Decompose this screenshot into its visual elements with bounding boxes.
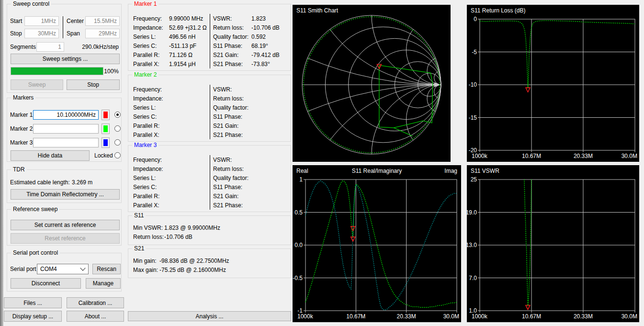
svg-text:10.67M: 10.67M [346,313,365,320]
field-label: VSWR: [213,14,251,23]
s11-vswr-chart[interactable]: 1000k10.67M20.33M30.0M2519.013.07.01.0S1… [467,165,639,322]
field-label: Return loss: [213,94,251,103]
calibration-button[interactable]: Calibration ... [67,297,124,308]
locked-radio[interactable] [114,152,121,158]
stop-label: Stop [10,30,22,37]
display-setup-button[interactable]: Display setup ... [4,311,62,322]
center-input[interactable] [85,16,120,26]
marker-detail-row: Series L:496.56 nH [133,33,207,42]
svg-text:S11 Smith Chart: S11 Smith Chart [296,7,339,14]
marker-detail-left-column: Frequency:Impedance:Series L:Series C:Pa… [133,156,169,210]
svg-text:S11 VSWR: S11 VSWR [471,168,499,174]
marker-detail-row: Parallel X: [133,201,169,210]
field-value: -10.706 dB [251,23,280,33]
marker-1-color-button[interactable] [102,110,110,120]
marker-detail-row: Series L: [133,174,169,183]
svg-text:20.33M: 20.33M [574,153,593,159]
reset-reference-button[interactable]: Reset reference [11,233,120,244]
s11-real-imaginary-chart[interactable]: 1000k10.67M20.33M30.0M10.50.0-0.5-1S11 R… [293,165,461,322]
marker-3-color-button[interactable] [102,137,110,148]
marker-3-label: Marker 3 [10,139,33,146]
serial-port-title: Serial port control [11,249,60,257]
markers-title: Markers [11,94,35,101]
field-value: -73.83° [251,60,270,69]
field-label: Frequency: [133,156,169,165]
marker-detail-row: Series L: [133,103,169,112]
cable-length-value: 3.269 m [72,179,92,186]
marker-2-input[interactable] [33,124,99,134]
field-label: Quality factor: [213,174,251,183]
sweep-progress-bar [11,67,103,75]
svg-text:30.0M: 30.0M [443,313,459,320]
start-label: Start [10,18,22,25]
svg-text:13.0: 13.0 [467,242,477,248]
marker-detail-row: Return loss: [213,94,251,103]
nanovna-saver-window: Sweep control Start Center Stop Span Seg… [0,0,644,326]
disconnect-button[interactable]: Disconnect [11,278,81,289]
center-label: Center [67,18,84,25]
segments-input[interactable] [36,42,64,52]
marker-detail-right-column: VSWR:1.823Return loss:-10.706 dBQuality … [213,14,280,69]
marker-1-radio[interactable] [114,112,121,118]
s11-smith-chart[interactable]: S11 Smith Chart [293,5,451,162]
stop-input[interactable] [24,29,59,38]
svg-text:7.0: 7.0 [469,275,477,281]
locked-label: Locked [94,152,113,159]
field-label: Min gain: [133,257,159,266]
marker-detail-right-column: VSWR:Return loss:Quality factor:S11 Phas… [213,85,251,140]
marker-3-panel-title: Marker 3 [132,142,158,149]
span-label: Span [67,30,80,37]
serial-port-select[interactable]: COM4 [37,264,89,274]
analysis-button[interactable]: Analysis ... [128,311,291,321]
field-value: 52.69 +j31.2 Ω [169,23,207,33]
marker-detail-row: S21 Phase:-73.83° [213,60,280,69]
field-label: S11 Phase: [213,42,251,51]
svg-text:30.0M: 30.0M [621,153,637,159]
files-button[interactable]: Files ... [4,297,62,308]
stop-button[interactable]: Stop [67,79,120,90]
marker-detail-row: VSWR: [213,85,251,94]
field-value: -75.25 dB @ 2.16000MHz [159,266,226,275]
marker-2-radio[interactable] [114,125,121,132]
sweep-settings-button[interactable]: Sweep settings ... [11,54,120,64]
field-label: Parallel X: [133,60,169,69]
marker-detail-row: S11 Phase:68.19° [213,42,280,51]
field-label: Impedance: [133,94,169,103]
time-domain-reflectometry-button[interactable]: Time Domain Reflectometry ... [11,189,120,200]
marker-2-color-button[interactable] [102,124,110,134]
s11-min-vswr-row: Min VSWR:1.823 @ 9.99000MHz [133,224,220,233]
svg-text:1000k: 1000k [472,313,488,320]
marker-detail-row: S21 Phase: [213,131,251,140]
s11-return-loss-chart[interactable]: 1000k10.67M20.33M30.0M0-5-10-15-20S11 Re… [467,5,639,162]
hide-data-button[interactable]: Hide data [11,150,90,161]
field-value: 68.19° [251,42,268,51]
sweep-button[interactable]: Sweep [11,79,63,90]
marker-3-radio[interactable] [114,139,121,146]
set-current-as-reference-button[interactable]: Set current as reference [11,220,120,230]
s21-summary-panel: S21 Min gain:-98.836 dB @ 22.7500MHz Max… [128,248,291,278]
start-input[interactable] [24,16,59,26]
marker-detail-row: Parallel X: [133,131,169,140]
field-label: Parallel R: [133,51,169,60]
marker-detail-row: S21 Gain:-79.412 dB [213,51,280,60]
marker-detail-row: Series C:-511.13 pF [133,42,207,51]
s11-summary-panel: S11 Min VSWR:1.823 @ 9.99000MHz Return l… [128,215,291,245]
marker-3-color-swatch [103,139,108,146]
marker-1-input[interactable] [33,110,99,120]
marker-3-input[interactable] [33,138,99,147]
cable-length-label: Estimated cable length: [10,179,70,186]
span-input[interactable] [85,29,120,38]
progress-fill [11,67,103,75]
field-label: VSWR: [213,156,251,165]
field-label: Series C: [133,112,169,122]
divider [210,14,210,68]
field-label: S21 Phase: [213,201,251,210]
field-label: Impedance: [133,165,169,174]
manage-button[interactable]: Manage [86,278,121,289]
svg-text:S11 Return Loss (dB): S11 Return Loss (dB) [471,7,526,14]
svg-text:20.33M: 20.33M [397,313,416,320]
about-button[interactable]: About ... [67,311,124,322]
field-label: Series L: [133,174,169,183]
rescan-button[interactable]: Rescan [92,264,121,274]
marker-1-color-swatch [103,112,108,118]
